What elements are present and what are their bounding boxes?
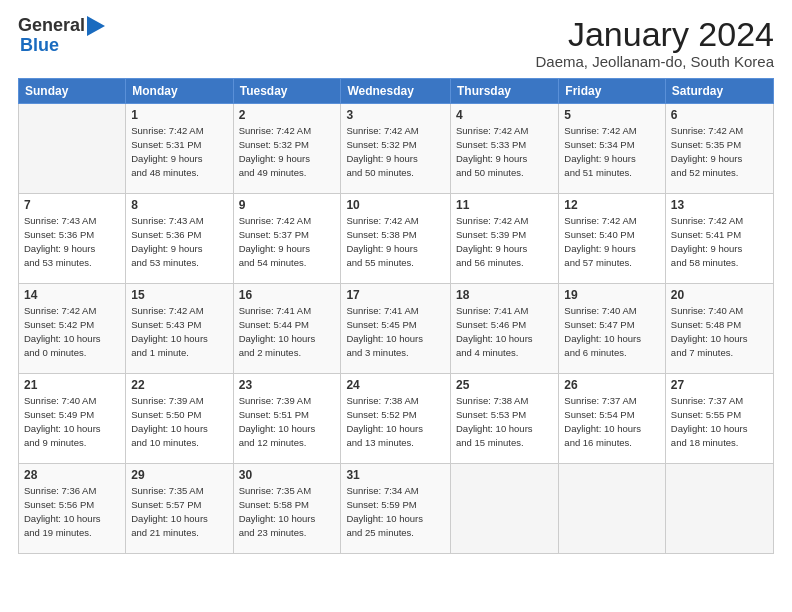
day-info: Sunrise: 7:41 AM Sunset: 5:45 PM Dayligh… xyxy=(346,304,445,359)
day-info: Sunrise: 7:42 AM Sunset: 5:35 PM Dayligh… xyxy=(671,124,768,179)
week-row-1: 1Sunrise: 7:42 AM Sunset: 5:31 PM Daylig… xyxy=(19,104,774,194)
day-info: Sunrise: 7:38 AM Sunset: 5:52 PM Dayligh… xyxy=(346,394,445,449)
calendar-cell: 25Sunrise: 7:38 AM Sunset: 5:53 PM Dayli… xyxy=(451,374,559,464)
calendar-cell: 23Sunrise: 7:39 AM Sunset: 5:51 PM Dayli… xyxy=(233,374,341,464)
day-number: 21 xyxy=(24,378,120,392)
day-number: 10 xyxy=(346,198,445,212)
month-title: January 2024 xyxy=(536,16,774,53)
calendar-table: SundayMondayTuesdayWednesdayThursdayFrid… xyxy=(18,78,774,554)
weekday-header-wednesday: Wednesday xyxy=(341,79,451,104)
day-number: 18 xyxy=(456,288,553,302)
day-info: Sunrise: 7:40 AM Sunset: 5:47 PM Dayligh… xyxy=(564,304,660,359)
calendar-cell: 11Sunrise: 7:42 AM Sunset: 5:39 PM Dayli… xyxy=(451,194,559,284)
day-info: Sunrise: 7:39 AM Sunset: 5:51 PM Dayligh… xyxy=(239,394,336,449)
day-number: 4 xyxy=(456,108,553,122)
weekday-header-sunday: Sunday xyxy=(19,79,126,104)
day-info: Sunrise: 7:42 AM Sunset: 5:39 PM Dayligh… xyxy=(456,214,553,269)
day-info: Sunrise: 7:41 AM Sunset: 5:44 PM Dayligh… xyxy=(239,304,336,359)
day-number: 12 xyxy=(564,198,660,212)
day-number: 9 xyxy=(239,198,336,212)
day-number: 29 xyxy=(131,468,227,482)
calendar-cell: 16Sunrise: 7:41 AM Sunset: 5:44 PM Dayli… xyxy=(233,284,341,374)
calendar-cell: 2Sunrise: 7:42 AM Sunset: 5:32 PM Daylig… xyxy=(233,104,341,194)
calendar-cell: 21Sunrise: 7:40 AM Sunset: 5:49 PM Dayli… xyxy=(19,374,126,464)
logo-general: General xyxy=(18,16,85,36)
logo: General Blue xyxy=(18,16,105,56)
page: General Blue January 2024 Daema, Jeollan… xyxy=(0,0,792,612)
day-info: Sunrise: 7:42 AM Sunset: 5:33 PM Dayligh… xyxy=(456,124,553,179)
calendar-cell: 5Sunrise: 7:42 AM Sunset: 5:34 PM Daylig… xyxy=(559,104,666,194)
calendar-cell: 24Sunrise: 7:38 AM Sunset: 5:52 PM Dayli… xyxy=(341,374,451,464)
svg-marker-0 xyxy=(87,16,105,36)
day-info: Sunrise: 7:40 AM Sunset: 5:48 PM Dayligh… xyxy=(671,304,768,359)
calendar-cell: 8Sunrise: 7:43 AM Sunset: 5:36 PM Daylig… xyxy=(126,194,233,284)
day-number: 31 xyxy=(346,468,445,482)
day-info: Sunrise: 7:40 AM Sunset: 5:49 PM Dayligh… xyxy=(24,394,120,449)
day-number: 26 xyxy=(564,378,660,392)
week-row-3: 14Sunrise: 7:42 AM Sunset: 5:42 PM Dayli… xyxy=(19,284,774,374)
calendar-cell xyxy=(19,104,126,194)
day-number: 20 xyxy=(671,288,768,302)
day-info: Sunrise: 7:36 AM Sunset: 5:56 PM Dayligh… xyxy=(24,484,120,539)
day-number: 17 xyxy=(346,288,445,302)
calendar-cell: 15Sunrise: 7:42 AM Sunset: 5:43 PM Dayli… xyxy=(126,284,233,374)
day-info: Sunrise: 7:34 AM Sunset: 5:59 PM Dayligh… xyxy=(346,484,445,539)
calendar-cell: 27Sunrise: 7:37 AM Sunset: 5:55 PM Dayli… xyxy=(665,374,773,464)
weekday-header-saturday: Saturday xyxy=(665,79,773,104)
day-number: 16 xyxy=(239,288,336,302)
calendar-cell: 19Sunrise: 7:40 AM Sunset: 5:47 PM Dayli… xyxy=(559,284,666,374)
day-number: 25 xyxy=(456,378,553,392)
week-row-4: 21Sunrise: 7:40 AM Sunset: 5:49 PM Dayli… xyxy=(19,374,774,464)
calendar-cell: 28Sunrise: 7:36 AM Sunset: 5:56 PM Dayli… xyxy=(19,464,126,554)
day-info: Sunrise: 7:35 AM Sunset: 5:57 PM Dayligh… xyxy=(131,484,227,539)
day-number: 6 xyxy=(671,108,768,122)
week-row-5: 28Sunrise: 7:36 AM Sunset: 5:56 PM Dayli… xyxy=(19,464,774,554)
calendar-cell: 29Sunrise: 7:35 AM Sunset: 5:57 PM Dayli… xyxy=(126,464,233,554)
calendar-cell: 22Sunrise: 7:39 AM Sunset: 5:50 PM Dayli… xyxy=(126,374,233,464)
day-number: 27 xyxy=(671,378,768,392)
weekday-header-tuesday: Tuesday xyxy=(233,79,341,104)
calendar-cell: 4Sunrise: 7:42 AM Sunset: 5:33 PM Daylig… xyxy=(451,104,559,194)
day-info: Sunrise: 7:41 AM Sunset: 5:46 PM Dayligh… xyxy=(456,304,553,359)
location-title: Daema, Jeollanam-do, South Korea xyxy=(536,53,774,70)
day-info: Sunrise: 7:42 AM Sunset: 5:42 PM Dayligh… xyxy=(24,304,120,359)
day-number: 2 xyxy=(239,108,336,122)
day-number: 30 xyxy=(239,468,336,482)
calendar-cell xyxy=(451,464,559,554)
day-number: 3 xyxy=(346,108,445,122)
calendar-cell: 20Sunrise: 7:40 AM Sunset: 5:48 PM Dayli… xyxy=(665,284,773,374)
calendar-cell: 6Sunrise: 7:42 AM Sunset: 5:35 PM Daylig… xyxy=(665,104,773,194)
weekday-header-monday: Monday xyxy=(126,79,233,104)
weekday-header-thursday: Thursday xyxy=(451,79,559,104)
day-number: 13 xyxy=(671,198,768,212)
week-row-2: 7Sunrise: 7:43 AM Sunset: 5:36 PM Daylig… xyxy=(19,194,774,284)
weekday-header-friday: Friday xyxy=(559,79,666,104)
day-info: Sunrise: 7:42 AM Sunset: 5:38 PM Dayligh… xyxy=(346,214,445,269)
day-info: Sunrise: 7:42 AM Sunset: 5:32 PM Dayligh… xyxy=(239,124,336,179)
day-number: 5 xyxy=(564,108,660,122)
day-number: 14 xyxy=(24,288,120,302)
title-block: January 2024 Daema, Jeollanam-do, South … xyxy=(536,16,774,70)
day-number: 8 xyxy=(131,198,227,212)
calendar-cell: 17Sunrise: 7:41 AM Sunset: 5:45 PM Dayli… xyxy=(341,284,451,374)
day-info: Sunrise: 7:42 AM Sunset: 5:32 PM Dayligh… xyxy=(346,124,445,179)
day-info: Sunrise: 7:43 AM Sunset: 5:36 PM Dayligh… xyxy=(24,214,120,269)
header: General Blue January 2024 Daema, Jeollan… xyxy=(18,16,774,70)
calendar-cell: 26Sunrise: 7:37 AM Sunset: 5:54 PM Dayli… xyxy=(559,374,666,464)
day-info: Sunrise: 7:38 AM Sunset: 5:53 PM Dayligh… xyxy=(456,394,553,449)
calendar-cell: 10Sunrise: 7:42 AM Sunset: 5:38 PM Dayli… xyxy=(341,194,451,284)
calendar-cell: 30Sunrise: 7:35 AM Sunset: 5:58 PM Dayli… xyxy=(233,464,341,554)
calendar-cell xyxy=(665,464,773,554)
day-info: Sunrise: 7:42 AM Sunset: 5:41 PM Dayligh… xyxy=(671,214,768,269)
calendar-cell: 7Sunrise: 7:43 AM Sunset: 5:36 PM Daylig… xyxy=(19,194,126,284)
calendar-cell: 3Sunrise: 7:42 AM Sunset: 5:32 PM Daylig… xyxy=(341,104,451,194)
day-info: Sunrise: 7:39 AM Sunset: 5:50 PM Dayligh… xyxy=(131,394,227,449)
day-info: Sunrise: 7:42 AM Sunset: 5:43 PM Dayligh… xyxy=(131,304,227,359)
day-info: Sunrise: 7:42 AM Sunset: 5:31 PM Dayligh… xyxy=(131,124,227,179)
calendar-cell: 1Sunrise: 7:42 AM Sunset: 5:31 PM Daylig… xyxy=(126,104,233,194)
day-number: 28 xyxy=(24,468,120,482)
day-number: 11 xyxy=(456,198,553,212)
day-info: Sunrise: 7:37 AM Sunset: 5:54 PM Dayligh… xyxy=(564,394,660,449)
calendar-cell xyxy=(559,464,666,554)
day-info: Sunrise: 7:37 AM Sunset: 5:55 PM Dayligh… xyxy=(671,394,768,449)
